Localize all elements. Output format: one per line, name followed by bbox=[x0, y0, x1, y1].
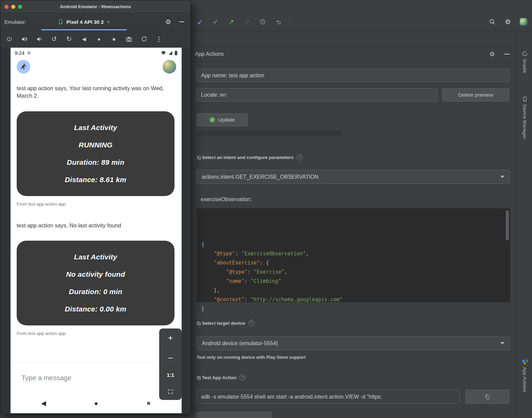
adb-command-field[interactable]: adb -s emulator-5554 shell am start -a a… bbox=[197, 390, 460, 404]
device-status-bar: 9:24 ⚙ bbox=[11, 48, 182, 58]
volume-up-button[interactable] bbox=[20, 35, 28, 43]
copy-icon bbox=[484, 394, 491, 400]
tool-strip-device-manager[interactable]: Device Manager bbox=[517, 96, 532, 139]
status-message-band bbox=[197, 130, 342, 136]
android-studio-window: ↙ ✓ ↗ ↗ ⚙ App Actions ⚙ bbox=[191, 0, 532, 418]
power-icon bbox=[6, 36, 13, 42]
help-icon[interactable]: ? bbox=[239, 374, 246, 381]
app-name-field[interactable]: App name: test app action bbox=[197, 69, 510, 82]
runner-icon bbox=[20, 63, 27, 70]
emulator-label: Emulator: bbox=[0, 19, 26, 25]
volume-down-button[interactable] bbox=[35, 35, 43, 43]
panel-gear-icon[interactable]: ⚙ bbox=[489, 51, 495, 57]
assistant-message: test app action says, Your last running … bbox=[11, 76, 170, 100]
wifi-icon bbox=[161, 51, 166, 55]
device-note: Test only on running device with Play St… bbox=[197, 355, 305, 360]
update-button-label: Update bbox=[218, 117, 235, 123]
commit-check-icon[interactable]: ✓ bbox=[212, 18, 219, 25]
target-device-value: Android device (emulator-5554) bbox=[202, 340, 278, 347]
tool-strip-gradle[interactable]: Gradle bbox=[517, 51, 532, 73]
card-line: Duration: 89 min bbox=[23, 158, 168, 166]
user-avatar bbox=[163, 60, 176, 74]
json-code[interactable]: { "@type": "ExerciseObservation", "about… bbox=[197, 208, 510, 302]
copy-button[interactable] bbox=[465, 390, 510, 404]
assistant-message: test app action says, No last activity f… bbox=[11, 207, 170, 229]
activity-card: Last Activity RUNNING Duration: 89 min D… bbox=[17, 111, 174, 196]
zoom-in-button[interactable]: + bbox=[168, 334, 173, 342]
window-title: Android Emulator - fitnessactions bbox=[0, 4, 190, 9]
assistant-avatar bbox=[17, 60, 30, 74]
back-button[interactable]: ◀ bbox=[80, 35, 88, 43]
panel-minimize-icon[interactable] bbox=[504, 54, 510, 54]
signal-icon bbox=[168, 51, 173, 55]
nav-home-button[interactable]: ● bbox=[70, 400, 122, 406]
editor-scrollbar[interactable] bbox=[506, 210, 509, 240]
section-intent-label: 1) Select an intent and configure parame… bbox=[197, 155, 294, 160]
more-button[interactable]: ⋮ bbox=[155, 35, 163, 43]
rotate-right-button[interactable]: ↻ bbox=[65, 35, 73, 43]
card-line: Last Activity bbox=[23, 253, 168, 261]
emulator-minimize-icon[interactable] bbox=[179, 21, 184, 22]
window-titlebar: Android Emulator - fitnessactions bbox=[0, 0, 190, 13]
zoom-controls: + – 1:1 bbox=[159, 328, 182, 400]
overview-button[interactable]: ■ bbox=[110, 35, 118, 43]
help-icon[interactable]: ? bbox=[248, 320, 254, 326]
tool-strip-gradle-label: Gradle bbox=[522, 59, 527, 73]
volume-up-icon bbox=[21, 36, 28, 43]
intent-dropdown-value: actions.intent.GET_EXERCISE_OBSERVATION bbox=[202, 174, 318, 180]
message-input[interactable]: Type a message bbox=[11, 363, 182, 393]
snapshot-button[interactable] bbox=[140, 35, 148, 43]
partial-bottom-button[interactable] bbox=[197, 412, 272, 418]
camera-button[interactable] bbox=[125, 35, 133, 43]
update-check-icon: ✓ bbox=[210, 117, 215, 123]
card-line: No activity found bbox=[23, 270, 168, 278]
app-actions-icon bbox=[522, 358, 528, 364]
locale-field[interactable]: Locale: en bbox=[197, 88, 437, 101]
chevron-down-icon bbox=[500, 342, 504, 344]
studio-main-toolbar: ↙ ✓ ↗ ↗ ⚙ bbox=[191, 0, 532, 31]
tab-close-icon[interactable]: × bbox=[107, 19, 110, 25]
settings-gear-icon[interactable]: ⚙ bbox=[504, 18, 512, 25]
help-icon[interactable]: ? bbox=[297, 154, 303, 160]
section-intent-header: 1) Select an intent and configure parame… bbox=[197, 154, 303, 160]
avatar-row bbox=[11, 58, 182, 76]
home-button[interactable]: ● bbox=[95, 35, 103, 43]
profile-avatar[interactable] bbox=[520, 18, 527, 26]
device-tab-title: Pixel 4 API 30 2 bbox=[66, 19, 104, 25]
power-button[interactable] bbox=[5, 35, 13, 43]
push-icon[interactable]: ↗ bbox=[228, 18, 235, 25]
toolbar-separator bbox=[290, 18, 290, 26]
card-line: Distance: 0.00 km bbox=[23, 305, 168, 313]
device-tab[interactable]: Pixel 4 API 30 2 × bbox=[41, 13, 127, 30]
activity-card: Last Activity No activity found Duration… bbox=[17, 241, 174, 325]
rotate-left-button[interactable]: ↺ bbox=[50, 35, 58, 43]
tab-active-underline bbox=[41, 29, 127, 30]
section-device-header: 2) Select target device ? bbox=[197, 320, 254, 326]
target-device-dropdown[interactable]: Android device (emulator-5554) bbox=[197, 336, 510, 350]
vcs-update-icon[interactable]: ↙ bbox=[196, 18, 204, 25]
zoom-out-button[interactable]: – bbox=[168, 353, 172, 361]
fit-screen-button[interactable] bbox=[168, 389, 173, 395]
battery-icon bbox=[174, 50, 178, 55]
section-test-label: 3) Test App Action bbox=[197, 375, 236, 380]
device-manager-icon bbox=[522, 96, 528, 102]
search-icon[interactable] bbox=[488, 18, 496, 25]
volume-down-icon bbox=[36, 36, 43, 43]
rollback-icon[interactable] bbox=[275, 19, 282, 25]
camera-icon bbox=[126, 36, 132, 43]
card-line: Duration: 0 min bbox=[23, 288, 168, 296]
emulator-controls-toolbar: ↺ ↻ ◀ ● ■ ⋮ bbox=[0, 30, 190, 47]
section-test-header: 3) Test App Action ? bbox=[197, 374, 246, 381]
tool-strip-app-actions[interactable]: App Actions bbox=[517, 358, 532, 392]
snapshot-icon bbox=[141, 36, 147, 42]
parameter-label: exerciseObservation: bbox=[201, 196, 252, 203]
update-button[interactable]: ✓ Update bbox=[197, 113, 248, 126]
tool-strip-app-actions-label: App Actions bbox=[522, 367, 527, 392]
nav-overview-button[interactable]: ■ bbox=[122, 400, 175, 406]
delete-preview-button[interactable]: Delete preview bbox=[442, 88, 509, 101]
history-clock-icon[interactable] bbox=[259, 19, 266, 25]
intent-dropdown[interactable]: actions.intent.GET_EXERCISE_OBSERVATION bbox=[197, 170, 510, 184]
emulator-settings-gear-icon[interactable]: ⚙ bbox=[165, 19, 171, 25]
nav-back-button[interactable]: ◀ bbox=[17, 400, 70, 406]
zoom-ratio-button[interactable]: 1:1 bbox=[167, 372, 174, 377]
